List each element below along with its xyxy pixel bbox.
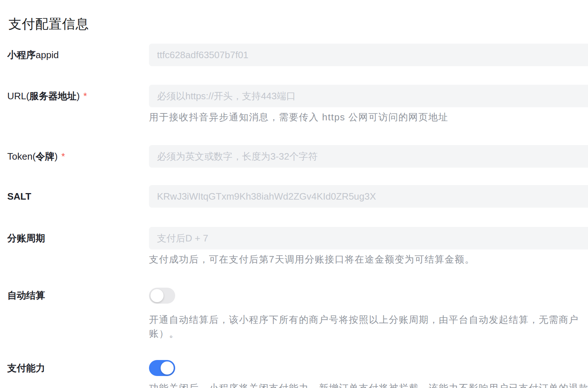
pay-ability-toggle[interactable] <box>149 360 175 376</box>
auto-settle-help-line1: 开通自动结算后，该小程序下所有的商户号将按照以上分账周期，由平台自动发起结算，无… <box>149 313 579 326</box>
required-asterisk: * <box>83 91 87 101</box>
token-label: Token(令牌)* <box>7 151 65 162</box>
settle-cycle-help-text: 支付成功后，可在支付后第7天调用分账接口将在途金额变为可结算金额。 <box>149 253 475 265</box>
token-input[interactable] <box>149 145 588 168</box>
payment-config-page: 支付配置信息 小程序appid URL(服务器地址)* 用于接收抖音异步通知消息… <box>0 0 588 388</box>
salt-label: SALT <box>7 191 31 202</box>
pay-ability-help-text: 功能关闭后，小程序将关闭支付能力，新增订单支付将被拦截，该能力不影响用户已支付订… <box>149 382 588 388</box>
auto-settle-help-line2: 账）。 <box>149 327 179 340</box>
appid-label: 小程序appid <box>7 49 59 60</box>
toggle-knob <box>150 289 164 302</box>
url-help-text: 用于接收抖音异步通知消息，需要传入 https 公网可访问的网页地址 <box>149 111 448 123</box>
settle-cycle-input[interactable] <box>149 227 588 249</box>
page-title: 支付配置信息 <box>8 16 89 32</box>
salt-input[interactable] <box>149 185 588 208</box>
required-asterisk: * <box>61 151 65 162</box>
pay-ability-label: 支付能力 <box>7 363 45 373</box>
auto-settle-label: 自动结算 <box>7 290 45 301</box>
url-label: URL(服务器地址)* <box>7 91 87 101</box>
url-input[interactable] <box>149 85 588 107</box>
toggle-knob <box>161 361 174 375</box>
auto-settle-toggle[interactable] <box>149 288 175 304</box>
appid-input[interactable] <box>149 44 588 66</box>
settle-cycle-label: 分账周期 <box>7 233 45 244</box>
